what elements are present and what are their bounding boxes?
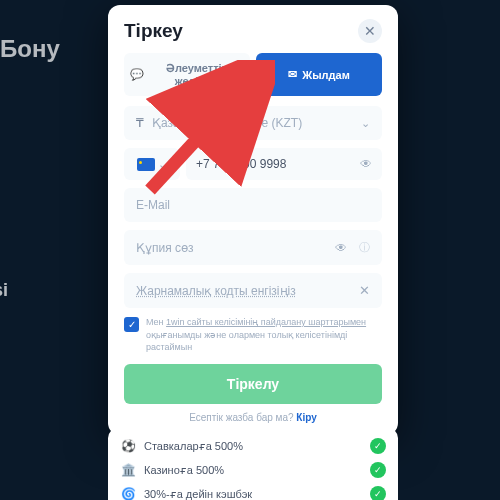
flag-icon xyxy=(137,158,155,171)
bg-text: Casi xyxy=(0,280,8,301)
bonus-label: 30%-ға дейін кэшбэк xyxy=(144,488,252,501)
eye-icon: 👁 xyxy=(360,157,372,171)
bonus-label: Ставкаларға 500% xyxy=(144,440,243,453)
cashback-icon: 🌀 xyxy=(120,486,136,500)
consent-text: Мен 1win сайты келісімінің пайдалану шар… xyxy=(146,316,382,354)
email-placeholder: E-Mail xyxy=(136,198,370,212)
promo-placeholder: Жарнамалық кодты енгізіңіз xyxy=(136,284,351,298)
bonus-label: Казиноға 500% xyxy=(144,464,224,477)
currency-select[interactable]: ₸ Қазақстандық теңге (KZT) ⌄ xyxy=(124,106,382,140)
mail-icon: ✉ xyxy=(288,68,297,81)
login-prompt: Есептік жазба бар ма? Кіру xyxy=(124,412,382,423)
password-input[interactable]: Құпия сөз 👁 ⓘ xyxy=(124,230,382,265)
close-button[interactable]: ✕ xyxy=(358,19,382,43)
casino-icon: 🏛️ xyxy=(120,462,136,478)
phone-value: +7 771 000 9998 xyxy=(196,157,286,171)
tenge-icon: ₸ xyxy=(136,116,144,130)
check-icon: ✓ xyxy=(370,462,386,478)
chevron-down-icon: ⌄ xyxy=(158,158,167,171)
submit-button[interactable]: Тіркелу xyxy=(124,364,382,404)
phone-input[interactable]: +7 771 000 9998 👁 xyxy=(186,148,382,180)
tab-social[interactable]: 💬 Әлеуметтік желілер xyxy=(124,53,250,96)
password-placeholder: Құпия сөз xyxy=(136,241,327,255)
close-icon: ✕ xyxy=(364,23,376,39)
eye-icon: 👁 xyxy=(335,241,347,255)
bonus-item[interactable]: 🌀 30%-ға дейін кэшбэк ✓ xyxy=(120,482,386,500)
modal-header: Тіркеу ✕ xyxy=(124,19,382,43)
modal-title: Тіркеу xyxy=(124,20,183,42)
check-icon: ✓ xyxy=(370,438,386,454)
tab-label: Жылдам xyxy=(302,69,350,81)
registration-modal: Тіркеу ✕ 💬 Әлеуметтік желілер ✉ Жылдам ₸… xyxy=(108,5,398,435)
consent-row: ✓ Мен 1win сайты келісімінің пайдалану ш… xyxy=(124,316,382,354)
bonus-card: ⚽ Ставкаларға 500% ✓ 🏛️ Казиноға 500% ✓ … xyxy=(108,428,398,500)
terms-link[interactable]: 1win сайты келісімінің пайдалану шарттар… xyxy=(166,317,366,327)
tab-row: 💬 Әлеуметтік желілер ✉ Жылдам xyxy=(124,53,382,96)
bonus-item[interactable]: 🏛️ Казиноға 500% ✓ xyxy=(120,458,386,482)
soccer-icon: ⚽ xyxy=(120,438,136,454)
login-link[interactable]: Кіру xyxy=(296,412,316,423)
email-input[interactable]: E-Mail xyxy=(124,188,382,222)
consent-checkbox[interactable]: ✓ xyxy=(124,317,139,332)
bonus-item[interactable]: ⚽ Ставкаларға 500% ✓ xyxy=(120,434,386,458)
bg-text: с Бону xyxy=(0,35,60,63)
phone-row: ⌄ +7 771 000 9998 👁 xyxy=(124,148,382,180)
check-icon: ✓ xyxy=(370,486,386,500)
promo-input[interactable]: Жарнамалық кодты енгізіңіз ✕ xyxy=(124,273,382,308)
clear-icon[interactable]: ✕ xyxy=(359,283,370,298)
country-select[interactable]: ⌄ xyxy=(124,148,180,180)
globe-icon: 💬 xyxy=(130,68,144,81)
currency-value: Қазақстандық теңге (KZT) xyxy=(152,116,353,130)
tab-label: Әлеуметтік желілер xyxy=(149,62,244,87)
tab-quick[interactable]: ✉ Жылдам xyxy=(256,53,382,96)
info-icon: ⓘ xyxy=(359,240,370,255)
chevron-down-icon: ⌄ xyxy=(361,117,370,130)
